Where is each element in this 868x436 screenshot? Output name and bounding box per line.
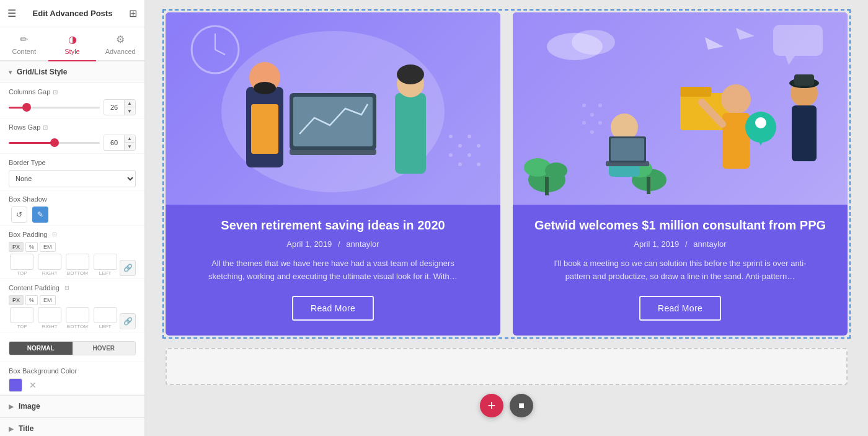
read-more-btn-2[interactable]: Read More [639, 296, 721, 321]
rows-gap-control: Rows Gap ⊡ 60 ▲ ▼ [0, 118, 144, 154]
svg-point-42 [721, 84, 751, 114]
rows-gap-up[interactable]: ▲ [125, 135, 135, 143]
svg-rect-43 [722, 113, 750, 169]
box-padding-bottom[interactable] [66, 254, 89, 270]
columns-gap-value[interactable]: 26 [104, 102, 124, 112]
post-image-2 [513, 12, 848, 205]
sidebar: ☰ Edit Advanced Posts ⊞ ✏ Content ◑ Styl… [0, 0, 145, 436]
content-padding-left[interactable] [94, 307, 117, 323]
content-padding-em[interactable]: EM [40, 295, 56, 305]
title-section-header[interactable]: ▶ Title [0, 418, 144, 436]
normal-hover-row: NORMAL HOVER [9, 341, 136, 355]
content-padding-info-icon: ⊡ [64, 285, 69, 291]
post-date-1: April 1, 2019 [286, 239, 332, 249]
svg-point-50 [755, 117, 766, 128]
box-padding-pct[interactable]: % [25, 242, 38, 252]
content-padding-units: PX % EM [9, 295, 136, 305]
fab-plus-button[interactable]: + [480, 394, 503, 417]
svg-rect-41 [611, 138, 644, 161]
content-padding-bottom[interactable] [66, 307, 89, 323]
svg-point-18 [458, 162, 462, 166]
chevron-down-icon: ▾ [9, 69, 12, 76]
border-type-select[interactable]: None Solid Dashed Dotted Double [9, 170, 136, 187]
box-padding-top-wrap: TOP [9, 254, 35, 276]
box-padding-px[interactable]: PX [9, 242, 24, 252]
rows-gap-thumb[interactable] [50, 138, 59, 147]
box-bg-color-label: Box Background Color [9, 367, 136, 375]
content-padding-px[interactable]: PX [9, 295, 24, 305]
advanced-tab-icon: ⚙ [116, 33, 125, 45]
main-content: Seven retirement saving ideas in 2020 Ap… [145, 0, 868, 436]
fab-stop-button[interactable]: ■ [510, 394, 533, 417]
svg-rect-34 [647, 177, 650, 194]
border-type-control: Border Type None Solid Dashed Dotted Dou… [0, 154, 144, 190]
post-body-1: Seven retirement saving ideas in 2020 Ap… [166, 205, 500, 336]
box-shadow-reset[interactable]: ↺ [11, 207, 27, 223]
content-padding-grid: TOP RIGHT BOTTOM LEFT 🔗 [9, 307, 136, 329]
box-padding-top-label: TOP [17, 270, 27, 276]
tab-advanced[interactable]: ⚙ Advanced [96, 27, 144, 61]
canvas-area: Seven retirement saving ideas in 2020 Ap… [145, 0, 868, 436]
normal-btn[interactable]: NORMAL [9, 342, 73, 355]
post-title-1: Seven retirement saving ideas in 2020 [221, 217, 445, 233]
post-meta-1: April 1, 2019 / anntaylor [286, 239, 379, 249]
tab-content[interactable]: ✏ Content [0, 27, 48, 61]
columns-gap-input[interactable]: 26 ▲ ▼ [104, 99, 136, 115]
tab-style[interactable]: ◑ Style [48, 27, 97, 61]
svg-rect-36 [680, 87, 711, 97]
read-more-btn-1[interactable]: Read More [292, 296, 374, 321]
box-padding-link[interactable]: 🔗 [120, 260, 136, 276]
rows-gap-value[interactable]: 60 [104, 138, 124, 148]
box-bg-color-swatch[interactable] [9, 378, 22, 392]
content-padding-pct[interactable]: % [25, 295, 38, 305]
post-author-1: anntaylor [346, 239, 379, 249]
box-shadow-edit[interactable]: ✎ [32, 207, 48, 223]
post-image-1 [166, 12, 500, 205]
svg-point-19 [467, 153, 471, 157]
post-excerpt-1: All the themes that we have here have ha… [196, 257, 471, 283]
columns-gap-track[interactable] [9, 107, 100, 109]
box-padding-right-label: RIGHT [42, 270, 58, 276]
post-illustration-1 [166, 12, 500, 205]
grid-icon[interactable]: ⊞ [129, 7, 137, 19]
sidebar-title: Edit Advanced Posts [33, 9, 113, 18]
style-tab-icon: ◑ [68, 33, 77, 45]
columns-gap-down[interactable]: ▼ [125, 107, 135, 115]
box-padding-left-label: LEFT [99, 270, 112, 276]
tabs-row: ✏ Content ◑ Style ⚙ Advanced [0, 27, 144, 61]
svg-point-57 [598, 121, 602, 125]
columns-gap-info-icon: ⊡ [53, 89, 58, 96]
box-padding-left[interactable] [94, 254, 117, 270]
rows-gap-down[interactable]: ▼ [125, 143, 135, 150]
box-padding-top[interactable] [10, 254, 33, 270]
hover-btn[interactable]: HOVER [73, 342, 136, 355]
content-padding-right[interactable] [38, 307, 61, 323]
columns-gap-thumb[interactable] [22, 103, 31, 112]
normal-hover-control: NORMAL HOVER [0, 332, 144, 362]
columns-gap-up[interactable]: ▲ [125, 100, 135, 107]
columns-gap-control: Columns Gap ⊡ 26 ▲ ▼ [0, 83, 144, 118]
hamburger-icon[interactable]: ☰ [7, 7, 16, 19]
rows-gap-track[interactable] [9, 142, 100, 144]
box-padding-bottom-label: BOTTOM [67, 270, 88, 276]
svg-point-17 [449, 153, 453, 157]
box-shadow-label: Box Shadow [9, 195, 136, 203]
box-bg-color-delete[interactable]: ✕ [26, 378, 40, 392]
post-author-2: anntaylor [693, 239, 726, 249]
content-tab-icon: ✏ [20, 33, 28, 45]
content-padding-top[interactable] [10, 307, 33, 323]
image-section-header[interactable]: ▶ Image [0, 396, 144, 417]
grid-list-style-header[interactable]: ▾ Grid/List Style [0, 61, 144, 83]
box-padding-right[interactable] [38, 254, 61, 270]
tab-style-label: Style [64, 48, 79, 55]
svg-point-6 [254, 82, 276, 94]
content-padding-bottom-label: BOTTOM [67, 324, 88, 329]
meta-separator-2: / [685, 239, 688, 249]
rows-gap-input[interactable]: 60 ▲ ▼ [104, 135, 136, 151]
content-padding-link[interactable]: 🔗 [120, 313, 136, 329]
box-padding-bottom-wrap: BOTTOM [64, 254, 91, 276]
svg-point-14 [449, 135, 453, 138]
post-excerpt-2: I'll book a meeting so we can solution t… [543, 257, 818, 283]
box-padding-em[interactable]: EM [40, 242, 56, 252]
fab-row: + ■ [480, 394, 533, 417]
